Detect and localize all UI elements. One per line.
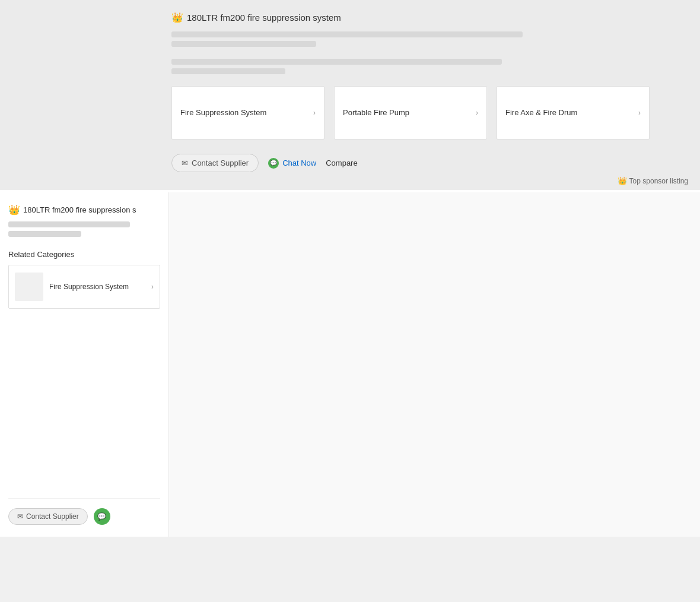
chat-now-label: Chat Now xyxy=(282,159,316,167)
skeleton-line xyxy=(171,59,502,65)
product-title-top: 180LTR fm200 fire suppression system xyxy=(187,12,341,23)
category-card-fire-axe[interactable]: Fire Axe & Fire Drum › xyxy=(497,86,650,140)
bottom-skeleton-group xyxy=(8,221,160,240)
category-card-label: Portable Fire Pump xyxy=(343,107,409,118)
related-cat-image xyxy=(15,273,43,301)
chat-icon: 💬 xyxy=(268,158,279,169)
top-inner: 👑 180LTR fm200 fire suppression system F… xyxy=(0,12,700,190)
bottom-chat-button[interactable]: 💬 xyxy=(94,508,110,525)
top-section: 👑 180LTR fm200 fire suppression system F… xyxy=(0,0,700,190)
skeleton-line xyxy=(8,231,81,237)
related-cat-inner: Fire Suppression System xyxy=(15,273,129,301)
top-sponsor-badge: 👑 Top sponsor listing xyxy=(618,176,688,185)
chat-icon-bottom: 💬 xyxy=(97,512,106,521)
sponsor-crown-icon: 👑 xyxy=(618,176,627,185)
skeleton-line xyxy=(8,221,130,227)
related-category-card-fire-suppression[interactable]: Fire Suppression System › xyxy=(8,265,160,309)
bottom-right-panel xyxy=(169,192,700,537)
envelope-icon: ✉ xyxy=(182,159,188,167)
bottom-left-panel: 👑 180LTR fm200 fire suppression s Relate… xyxy=(0,192,169,537)
skeleton-group-2 xyxy=(171,59,688,74)
top-sponsor-label: Top sponsor listing xyxy=(629,177,688,185)
contact-supplier-label: Contact Supplier xyxy=(192,159,249,167)
compare-button[interactable]: Compare xyxy=(326,159,357,167)
chevron-right-icon: › xyxy=(151,283,154,291)
category-card-label: Fire Axe & Fire Drum xyxy=(505,107,577,118)
category-card-label: Fire Suppression System xyxy=(180,107,266,118)
related-cat-name: Fire Suppression System xyxy=(49,282,129,292)
category-card-portable-pump[interactable]: Portable Fire Pump › xyxy=(334,86,487,140)
bottom-section: 👑 180LTR fm200 fire suppression s Relate… xyxy=(0,192,700,537)
skeleton-group-1 xyxy=(171,31,688,47)
chevron-right-icon: › xyxy=(638,109,641,117)
crown-icon-bottom: 👑 xyxy=(8,204,20,216)
related-categories-heading: Related Categories xyxy=(8,250,160,259)
bottom-action-bar: ✉ Contact Supplier 💬 xyxy=(8,498,160,525)
skeleton-line xyxy=(171,31,523,37)
contact-supplier-button[interactable]: ✉ Contact Supplier xyxy=(171,154,259,172)
compare-label: Compare xyxy=(326,159,357,167)
product-title-row: 👑 180LTR fm200 fire suppression system xyxy=(171,12,688,23)
chevron-right-icon: › xyxy=(313,109,316,117)
bottom-product-title-row: 👑 180LTR fm200 fire suppression s xyxy=(8,204,160,216)
skeleton-line xyxy=(171,41,316,47)
bottom-contact-supplier-label: Contact Supplier xyxy=(26,512,79,521)
category-cards: Fire Suppression System › Portable Fire … xyxy=(171,86,688,140)
bottom-contact-supplier-button[interactable]: ✉ Contact Supplier xyxy=(8,508,88,525)
chat-now-button[interactable]: 💬 Chat Now xyxy=(268,158,316,169)
skeleton-line xyxy=(171,68,285,74)
crown-icon-top: 👑 xyxy=(171,12,183,23)
bottom-product-title: 180LTR fm200 fire suppression s xyxy=(23,205,136,214)
chevron-right-icon: › xyxy=(476,109,478,117)
action-row: ✉ Contact Supplier 💬 Chat Now Compare xyxy=(171,154,688,172)
category-card-fire-suppression[interactable]: Fire Suppression System › xyxy=(171,86,324,140)
envelope-icon-bottom: ✉ xyxy=(17,512,23,521)
